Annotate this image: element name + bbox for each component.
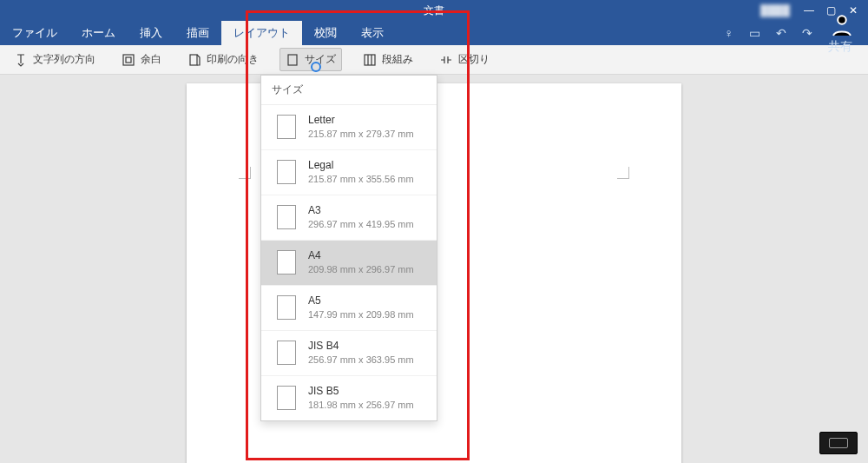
tab-file[interactable]: ファイル xyxy=(0,21,69,45)
svg-rect-5 xyxy=(365,55,375,65)
ime-keyboard-button[interactable] xyxy=(819,432,858,454)
margins-label: 余白 xyxy=(141,52,161,67)
size-option-jis-b4[interactable]: JIS B4 256.97 mm x 363.95 mm xyxy=(261,331,437,376)
tab-review[interactable]: 校閲 xyxy=(302,21,349,45)
svg-point-0 xyxy=(838,16,846,24)
size-option-name: JIS B4 xyxy=(308,340,414,352)
size-option-letter[interactable]: Letter 215.87 mm x 279.37 mm xyxy=(261,105,437,150)
margins-button[interactable]: 余白 xyxy=(116,49,167,70)
columns-button[interactable]: 段組み xyxy=(358,49,418,70)
page-thumb-icon xyxy=(277,341,296,365)
orientation-button[interactable]: 印刷の向き xyxy=(182,49,264,70)
tell-me-icon[interactable]: ♀ xyxy=(725,26,734,40)
breaks-label: 区切り xyxy=(458,52,490,67)
text-direction-label: 文字列の方向 xyxy=(33,52,95,67)
size-option-jis-b5[interactable]: JIS B5 181.98 mm x 256.97 mm xyxy=(261,376,437,420)
size-option-name: A4 xyxy=(308,249,414,261)
size-option-dims: 181.98 mm x 256.97 mm xyxy=(308,400,414,410)
reader-icon[interactable]: ▭ xyxy=(749,26,760,40)
menubar: ファイル ホーム 挿入 描画 レイアウト 校閲 表示 ♀ ▭ ↶ ↷ 共有 xyxy=(0,21,868,45)
size-option-legal[interactable]: Legal 215.87 mm x 355.56 mm xyxy=(261,150,437,195)
size-option-name: A5 xyxy=(308,294,414,307)
size-option-dims: 215.87 mm x 279.37 mm xyxy=(308,129,414,139)
margin-mark-top-left xyxy=(239,167,251,179)
columns-label: 段組み xyxy=(382,52,413,67)
user-name[interactable]: ████ xyxy=(760,4,790,17)
tab-view[interactable]: 表示 xyxy=(349,21,396,45)
text-direction-icon xyxy=(14,53,28,67)
page-thumb-icon xyxy=(277,205,296,229)
page-thumb-icon xyxy=(277,295,296,320)
size-option-name: Letter xyxy=(308,114,414,126)
size-option-dims: 256.97 mm x 363.95 mm xyxy=(308,354,414,365)
page-thumb-icon xyxy=(277,160,296,184)
size-option-name: A3 xyxy=(308,204,414,216)
columns-icon xyxy=(363,53,377,67)
svg-rect-4 xyxy=(288,55,297,65)
size-option-dims: 296.97 mm x 419.95 mm xyxy=(308,219,414,229)
page-thumb-icon xyxy=(277,115,296,139)
tab-draw[interactable]: 描画 xyxy=(174,21,221,45)
size-option-name: JIS B5 xyxy=(308,385,414,397)
size-dropdown: サイズ Letter 215.87 mm x 279.37 mm Legal 2… xyxy=(260,75,437,421)
page-thumb-icon xyxy=(277,386,296,410)
svg-rect-3 xyxy=(190,55,197,65)
orientation-icon xyxy=(187,53,201,67)
size-option-a4[interactable]: A4 209.98 mm x 296.97 mm xyxy=(261,241,437,286)
tab-insert[interactable]: 挿入 xyxy=(128,21,174,45)
cursor-indicator-icon xyxy=(311,62,321,72)
size-option-a5[interactable]: A5 147.99 mm x 209.98 mm xyxy=(261,286,437,331)
doc-title: 文書 xyxy=(424,3,444,18)
svg-rect-2 xyxy=(126,57,131,63)
breaks-icon xyxy=(439,53,453,67)
margins-icon xyxy=(122,53,135,67)
share-button[interactable]: 共有 xyxy=(828,11,856,56)
size-icon xyxy=(286,53,299,67)
tab-home[interactable]: ホーム xyxy=(69,21,128,45)
svg-rect-1 xyxy=(123,55,134,65)
margin-mark-top-right xyxy=(617,167,629,179)
breaks-button[interactable]: 区切り xyxy=(434,49,495,70)
undo-button[interactable]: ↶ xyxy=(776,26,786,40)
page-thumb-icon xyxy=(277,250,296,274)
size-option-dims: 209.98 mm x 296.97 mm xyxy=(308,264,414,274)
keyboard-icon xyxy=(829,438,848,448)
tab-layout[interactable]: レイアウト xyxy=(221,21,302,45)
orientation-label: 印刷の向き xyxy=(207,52,259,67)
redo-button[interactable]: ↷ xyxy=(802,26,812,40)
size-dropdown-header: サイズ xyxy=(261,76,437,105)
size-option-dims: 147.99 mm x 209.98 mm xyxy=(308,309,414,320)
size-option-a3[interactable]: A3 296.97 mm x 419.95 mm xyxy=(261,195,437,241)
size-option-name: Legal xyxy=(308,159,414,171)
text-direction-button[interactable]: 文字列の方向 xyxy=(9,49,101,70)
size-option-dims: 215.87 mm x 355.56 mm xyxy=(308,174,414,184)
